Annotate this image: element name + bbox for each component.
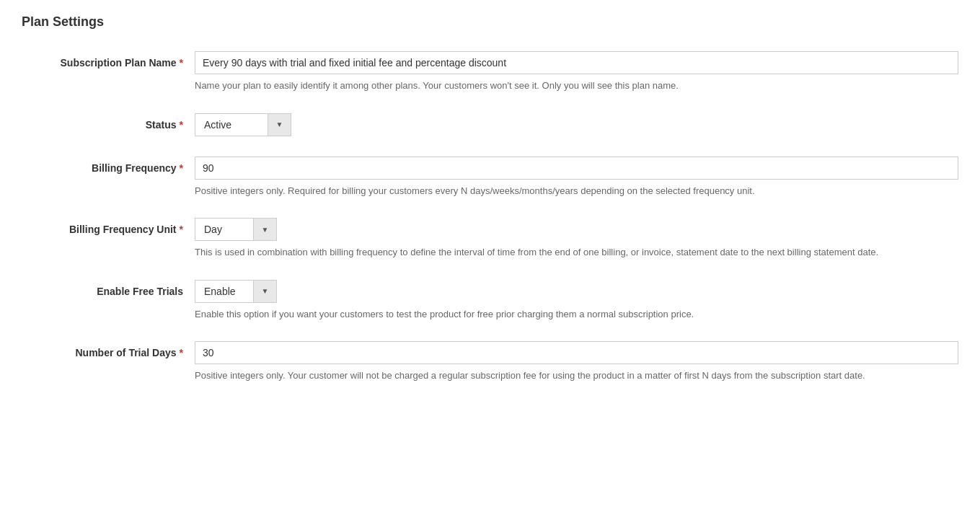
enable-free-trials-row: Enable Free Trials Enable Enable this op… bbox=[22, 280, 958, 322]
enable-free-trials-dropdown-arrow[interactable] bbox=[253, 281, 276, 302]
number-of-trial-days-row: Number of Trial Days* Positive integers … bbox=[22, 341, 958, 383]
billing-frequency-label: Billing Frequency* bbox=[22, 157, 195, 174]
billing-frequency-hint: Positive integers only. Required for bil… bbox=[195, 184, 958, 198]
subscription-plan-name-hint: Name your plan to easily identify it amo… bbox=[195, 79, 958, 93]
subscription-plan-name-content: Name your plan to easily identify it amo… bbox=[195, 51, 958, 93]
required-indicator: * bbox=[180, 347, 183, 358]
subscription-plan-name-input[interactable] bbox=[195, 51, 958, 74]
enable-free-trials-content: Enable Enable this option if you want yo… bbox=[195, 280, 958, 322]
billing-frequency-unit-select[interactable]: Day bbox=[195, 218, 277, 241]
status-row: Status* Active bbox=[22, 113, 958, 136]
number-of-trial-days-input[interactable] bbox=[195, 341, 958, 364]
status-label: Status* bbox=[22, 113, 195, 131]
billing-frequency-input[interactable] bbox=[195, 157, 958, 180]
billing-frequency-unit-row: Billing Frequency Unit* Day This is used… bbox=[22, 218, 958, 260]
number-of-trial-days-label: Number of Trial Days* bbox=[22, 341, 195, 358]
status-select[interactable]: Active bbox=[195, 113, 291, 136]
billing-frequency-row: Billing Frequency* Positive integers onl… bbox=[22, 157, 958, 198]
enable-free-trials-hint: Enable this option if you want your cust… bbox=[195, 307, 958, 322]
required-indicator: * bbox=[180, 224, 183, 235]
required-indicator: * bbox=[180, 57, 183, 69]
subscription-plan-name-label: Subscription Plan Name* bbox=[22, 51, 195, 69]
billing-frequency-unit-content: Day This is used in combination with bil… bbox=[195, 218, 958, 260]
number-of-trial-days-hint: Positive integers only. Your customer wi… bbox=[195, 369, 958, 383]
billing-frequency-unit-hint: This is used in combination with billing… bbox=[195, 245, 958, 260]
required-indicator: * bbox=[180, 119, 183, 131]
billing-frequency-unit-value: Day bbox=[195, 219, 253, 240]
enable-free-trials-label: Enable Free Trials bbox=[22, 280, 195, 297]
enable-free-trials-value: Enable bbox=[195, 281, 253, 302]
number-of-trial-days-content: Positive integers only. Your customer wi… bbox=[195, 341, 958, 383]
plan-settings-form: Subscription Plan Name* Name your plan t… bbox=[22, 51, 958, 383]
status-dropdown-arrow[interactable] bbox=[268, 114, 291, 136]
required-indicator: * bbox=[180, 162, 183, 174]
billing-frequency-unit-dropdown-arrow[interactable] bbox=[253, 219, 276, 240]
subscription-plan-name-row: Subscription Plan Name* Name your plan t… bbox=[22, 51, 958, 93]
page-title: Plan Settings bbox=[22, 14, 958, 30]
status-select-value: Active bbox=[195, 114, 268, 136]
enable-free-trials-select[interactable]: Enable bbox=[195, 280, 277, 303]
billing-frequency-content: Positive integers only. Required for bil… bbox=[195, 157, 958, 198]
status-content: Active bbox=[195, 113, 958, 136]
billing-frequency-unit-label: Billing Frequency Unit* bbox=[22, 218, 195, 235]
